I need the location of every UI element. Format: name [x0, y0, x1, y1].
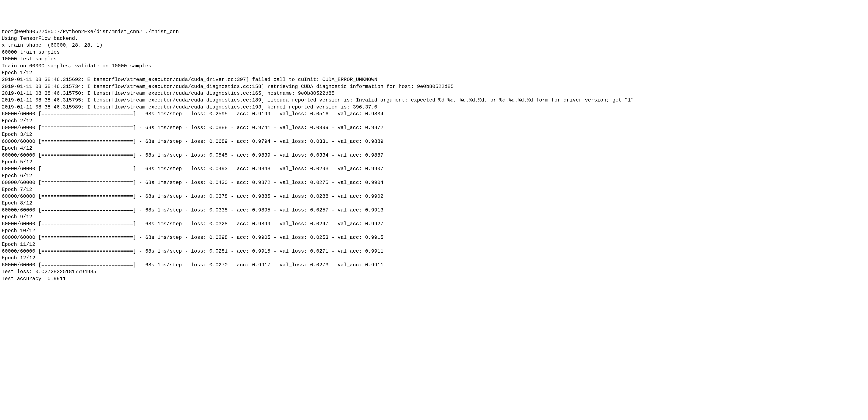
- epoch-progress: 60000/60000 [===========================…: [2, 124, 866, 131]
- epoch-progress: 60000/60000 [===========================…: [2, 248, 866, 255]
- epoch-label: Epoch 7/12: [2, 186, 866, 193]
- epoch-label: Epoch 9/12: [2, 214, 866, 220]
- epoch-progress: 60000/60000 [===========================…: [2, 221, 866, 227]
- epoch-progress: 60000/60000 [===========================…: [2, 234, 866, 241]
- epoch-label: Epoch 2/12: [2, 118, 866, 124]
- epoch-label: Epoch 1/12: [2, 69, 866, 76]
- epoch-label: Epoch 3/12: [2, 131, 866, 138]
- epoch-label: Epoch 10/12: [2, 227, 866, 234]
- epoch-progress: 60000/60000 [===========================…: [2, 262, 866, 268]
- train-samples-line: 60000 train samples: [2, 49, 866, 56]
- cuda-log-line: 2019-01-11 08:38:46.315989: I tensorflow…: [2, 104, 866, 110]
- epoch-progress: 60000/60000 [===========================…: [2, 152, 866, 159]
- train-on-line: Train on 60000 samples, validate on 1000…: [2, 63, 866, 69]
- epoch-progress: 60000/60000 [===========================…: [2, 193, 866, 200]
- prompt-line: root@9e0b80522d85:~/Python2Exe/dist/mnis…: [2, 28, 866, 35]
- epoch-progress: 60000/60000 [===========================…: [2, 110, 866, 118]
- test-loss-line: Test loss: 0.027282251817794985: [2, 268, 866, 275]
- epoch-label: Epoch 11/12: [2, 241, 866, 248]
- epoch-progress: 60000/60000 [===========================…: [2, 138, 866, 145]
- epoch-label: Epoch 12/12: [2, 255, 866, 261]
- epoch-progress: 60000/60000 [===========================…: [2, 165, 866, 172]
- xtrain-shape-line: x_train shape: (60000, 28, 28, 1): [2, 42, 866, 49]
- backend-line: Using TensorFlow backend.: [2, 35, 866, 42]
- cuda-log-line: 2019-01-11 08:38:46.315734: I tensorflow…: [2, 83, 866, 90]
- cuda-log-line: 2019-01-11 08:38:46.315750: I tensorflow…: [2, 90, 866, 97]
- terminal-output[interactable]: root@9e0b80522d85:~/Python2Exe/dist/mnis…: [2, 28, 866, 282]
- epoch-progress: 60000/60000 [===========================…: [2, 207, 866, 214]
- epoch-label: Epoch 8/12: [2, 200, 866, 206]
- test-samples-line: 10000 test samples: [2, 56, 866, 63]
- epoch-progress: 60000/60000 [===========================…: [2, 179, 866, 186]
- cuda-log-line: 2019-01-11 08:38:46.315795: I tensorflow…: [2, 97, 866, 104]
- epoch-label: Epoch 6/12: [2, 172, 866, 179]
- test-accuracy-line: Test accuracy: 0.9911: [2, 276, 866, 282]
- epoch-label: Epoch 4/12: [2, 145, 866, 152]
- cuda-log-line: 2019-01-11 08:38:46.315692: E tensorflow…: [2, 76, 866, 83]
- epoch-label: Epoch 5/12: [2, 159, 866, 165]
